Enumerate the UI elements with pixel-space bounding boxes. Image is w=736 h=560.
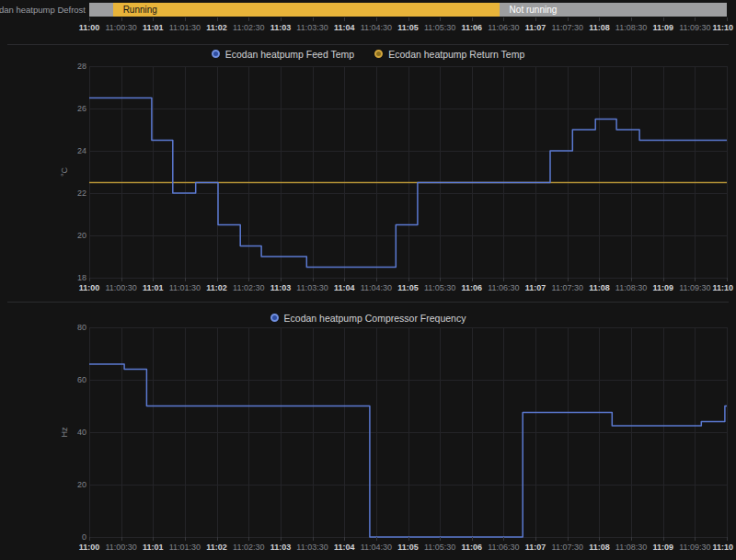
x-axis-label: 11:03 (270, 21, 292, 34)
y-axis-label: 18 (0, 272, 86, 283)
x-axis-label: 11:00:30 (105, 281, 136, 294)
x-axis-label: 11:07:30 (552, 21, 583, 34)
x-axis-label: 11:01:30 (169, 541, 201, 554)
y-axis-label: 22 (0, 188, 86, 199)
x-axis-label: 11:07:30 (552, 281, 583, 294)
x-axis-label: 11:07 (525, 541, 546, 554)
x-axis-label: 11:04:30 (361, 541, 392, 554)
x-axis-label: 11:08:30 (615, 281, 647, 294)
x-axis-label: 11:09:30 (679, 21, 710, 34)
x-axis-label: 11:00:30 (105, 21, 136, 34)
panel-divider (7, 302, 729, 303)
x-axis-label: 11:06:30 (488, 281, 519, 294)
legend-label-compressor-frequency: Ecodan heatpump Compressor Frequency (284, 313, 466, 324)
defrost-time-axis: 11:0011:00:3011:0111:01:3011:0211:02:301… (0, 21, 736, 34)
grafana-dashboard: Ecodan heatpump Defrost RunningNot runni… (0, 0, 736, 560)
x-axis-label: 11:08:30 (615, 541, 647, 554)
y-axis-label: 20 (0, 230, 86, 241)
x-axis-label: 11:03:30 (296, 21, 328, 34)
x-axis-label: 11:09 (652, 21, 673, 34)
y-axis-label: 20 (0, 479, 86, 490)
x-axis-label: 11:00 (79, 21, 100, 34)
x-axis-label: 11:07 (525, 21, 546, 34)
x-axis-label: 11:04 (334, 281, 355, 294)
freq-chart-legend: Ecodan heatpump Compressor Frequency (0, 311, 736, 325)
x-axis-label: 11:10 (712, 281, 733, 294)
x-axis-label: 11:03 (270, 541, 292, 554)
x-axis-label: 11:02:30 (233, 21, 264, 34)
y-axis-label: 40 (0, 427, 86, 438)
state-segment-running: Running (113, 3, 500, 17)
chart-canvas (89, 327, 728, 538)
x-axis-label: 11:08:30 (615, 21, 647, 34)
feed-temp-series-icon (212, 50, 220, 58)
freq-chart-plot-area[interactable] (89, 327, 728, 537)
legend-item-feed-temp[interactable]: Ecodan heatpump Feed Temp (212, 49, 354, 60)
x-axis-label: 11:01:30 (169, 281, 201, 294)
x-axis-label: 11:02 (206, 281, 227, 294)
x-axis-label: 11:06 (462, 281, 483, 294)
x-axis-label: 11:10 (712, 541, 733, 554)
x-axis-label: 11:09:30 (679, 281, 710, 294)
legend-label-return-temp: Ecodan heatpump Return Temp (388, 49, 524, 60)
y-axis-label: 0 (0, 531, 86, 543)
chart-canvas (89, 66, 728, 279)
x-axis-label: 11:08 (589, 21, 610, 34)
y-axis-label: 60 (0, 374, 86, 385)
x-axis-label: 11:05 (397, 21, 419, 34)
defrost-state-timeline: RunningNot running (0, 3, 736, 17)
x-axis-label: 11:01 (143, 281, 164, 294)
state-segment-not-running (89, 3, 113, 17)
x-axis-label: 11:05:30 (424, 541, 455, 554)
x-axis-label: 11:03:30 (296, 541, 328, 554)
x-axis-label: 11:00 (79, 541, 100, 554)
x-axis-label: 11:05 (397, 281, 419, 294)
legend-label-feed-temp: Ecodan heatpump Feed Temp (225, 49, 354, 60)
x-axis-label: 11:07 (525, 281, 546, 294)
compressor-frequency-series-icon (270, 314, 279, 322)
x-axis-label: 11:00 (79, 281, 100, 294)
legend-item-compressor-frequency[interactable]: Ecodan heatpump Compressor Frequency (270, 313, 466, 324)
x-axis-label: 11:05:30 (424, 281, 455, 294)
x-axis-label: 11:09:30 (679, 541, 710, 554)
x-axis-label: 11:02:30 (233, 541, 264, 554)
x-axis-label: 11:05 (397, 541, 419, 554)
x-axis-label: 11:02 (206, 541, 227, 554)
x-axis-label: 11:03:30 (296, 281, 328, 294)
x-axis-label: 11:04 (334, 21, 355, 34)
x-axis-label: 11:10 (712, 21, 733, 34)
y-axis-label: 24 (0, 145, 86, 156)
x-axis-label: 11:00:30 (105, 541, 136, 554)
x-axis-label: 11:04 (334, 541, 355, 554)
x-axis-label: 11:06 (462, 541, 483, 554)
legend-item-return-temp[interactable]: Ecodan heatpump Return Temp (374, 49, 524, 60)
x-axis-label: 11:06 (462, 21, 483, 34)
x-axis-label: 11:08 (589, 541, 610, 554)
x-axis-label: 11:02 (206, 21, 227, 34)
x-axis-label: 11:03 (270, 281, 292, 294)
x-axis-label: 11:09 (652, 281, 673, 294)
x-axis-label: 11:06:30 (488, 21, 519, 34)
temp-y-axis-title: °C (60, 166, 73, 178)
state-segment-not-running: Not running (500, 3, 727, 17)
y-axis-label: 26 (0, 103, 86, 114)
x-axis-label: 11:08 (589, 281, 610, 294)
x-axis-label: 11:05:30 (424, 21, 455, 34)
temp-chart-time-axis: 11:0011:00:3011:0111:01:3011:0211:02:301… (0, 281, 736, 294)
x-axis-label: 11:02:30 (233, 281, 264, 294)
temp-chart-legend: Ecodan heatpump Feed Temp Ecodan heatpum… (0, 47, 736, 61)
x-axis-label: 11:01:30 (169, 21, 201, 34)
return-temp-series-icon (374, 50, 383, 58)
y-axis-label: 28 (0, 61, 86, 72)
temp-chart-plot-area[interactable] (89, 66, 728, 278)
x-axis-label: 11:04:30 (361, 281, 392, 294)
x-axis-label: 11:01 (143, 541, 164, 554)
x-axis-label: 11:07:30 (552, 541, 583, 554)
y-axis-label: 80 (0, 322, 86, 333)
panel-divider (7, 44, 729, 45)
x-axis-label: 11:09 (652, 541, 673, 554)
x-axis-label: 11:01 (143, 21, 164, 34)
x-axis-label: 11:04:30 (361, 21, 392, 34)
x-axis-label: 11:06:30 (488, 541, 519, 554)
freq-chart-time-axis: 11:0011:00:3011:0111:01:3011:0211:02:301… (0, 541, 736, 554)
